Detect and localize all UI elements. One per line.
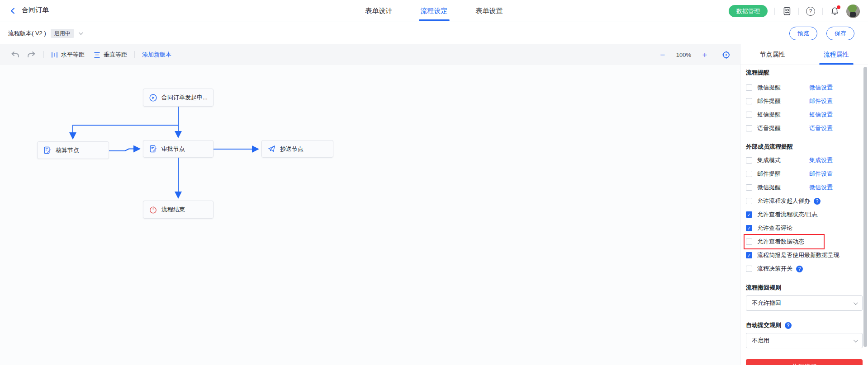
checkbox[interactable] bbox=[746, 239, 752, 245]
recall-rule-select[interactable]: 不允许撤回 bbox=[746, 295, 863, 311]
option-row-view-data-dynamics: 允许查看数据动态 bbox=[746, 235, 863, 248]
option-row-decision-switch: 流程决策开关 bbox=[746, 262, 863, 276]
help-icon[interactable] bbox=[814, 198, 821, 205]
tab-flow-properties[interactable]: 流程属性 bbox=[804, 44, 868, 65]
undo-icon[interactable] bbox=[10, 50, 20, 60]
checkbox[interactable] bbox=[746, 125, 752, 131]
panel-tabs: 节点属性 流程属性 bbox=[740, 44, 868, 65]
checkbox[interactable] bbox=[746, 171, 752, 177]
data-manage-button[interactable]: 数据管理 bbox=[729, 5, 768, 17]
back-button[interactable] bbox=[8, 6, 17, 15]
wechat-settings-link[interactable]: 微信设置 bbox=[809, 183, 833, 192]
locate-center-icon[interactable] bbox=[721, 50, 731, 60]
help-icon[interactable] bbox=[785, 322, 792, 329]
node-label: 合同订单发起申... bbox=[161, 94, 208, 102]
horizontal-spacing-icon bbox=[51, 51, 58, 58]
flow-node-start[interactable]: 合同订单发起申... bbox=[143, 89, 213, 107]
auto-submit-select[interactable]: 不启用 bbox=[746, 333, 863, 348]
close-flow-button[interactable]: 关闭流程 bbox=[746, 359, 863, 365]
tab-label: 流程属性 bbox=[824, 51, 849, 59]
checkbox[interactable] bbox=[746, 84, 752, 91]
node-label: 核算节点 bbox=[56, 146, 79, 154]
preview-button[interactable]: 预览 bbox=[789, 27, 817, 40]
row-label: 语音提醒 bbox=[757, 124, 809, 132]
divider bbox=[774, 8, 775, 15]
chevron-down-icon[interactable] bbox=[79, 30, 83, 35]
redo-icon[interactable] bbox=[26, 50, 36, 60]
add-new-version-link[interactable]: 添加新版本 bbox=[142, 51, 171, 59]
zoom-out-button[interactable] bbox=[658, 51, 667, 59]
flow-node-end[interactable]: 流程结束 bbox=[143, 201, 213, 219]
tab-node-properties[interactable]: 节点属性 bbox=[740, 44, 804, 65]
section-title-flow-reminder: 流程提醒 bbox=[746, 66, 863, 80]
flow-node-approval[interactable]: 审批节点 bbox=[143, 140, 213, 158]
wechat-settings-link[interactable]: 微信设置 bbox=[809, 84, 833, 92]
row-label: 允许流程发起人催办 bbox=[757, 197, 810, 205]
row-label: 邮件提醒 bbox=[757, 97, 809, 105]
chevron-down-icon bbox=[854, 338, 858, 342]
active-tab-underline bbox=[819, 63, 854, 65]
tab-label: 表单设置 bbox=[476, 7, 503, 15]
tab-form-design[interactable]: 表单设计 bbox=[365, 0, 393, 22]
select-value: 不启用 bbox=[752, 337, 769, 345]
reminder-row-sms: 短信提醒 短信设置 bbox=[746, 108, 863, 122]
email-settings-link[interactable]: 邮件设置 bbox=[809, 97, 833, 105]
flow-version-group[interactable]: 流程版本( V2 ) 启用中 bbox=[0, 29, 82, 38]
power-icon bbox=[149, 206, 157, 214]
checkbox[interactable] bbox=[746, 184, 752, 191]
external-row-wechat: 微信提醒 微信设置 bbox=[746, 181, 863, 194]
save-button[interactable]: 保存 bbox=[826, 27, 854, 40]
checkbox[interactable] bbox=[746, 198, 752, 204]
row-label: 流程简报是否使用最新数据呈现 bbox=[757, 251, 840, 259]
horizontal-spacing-button[interactable]: 水平等距 bbox=[51, 51, 85, 59]
notification-red-dot bbox=[837, 5, 840, 9]
checkbox[interactable] bbox=[746, 211, 752, 218]
header-left: 合同订单 bbox=[0, 5, 49, 16]
row-label: 微信提醒 bbox=[757, 183, 809, 192]
row-label: 流程决策开关 bbox=[757, 265, 792, 273]
panel-scrollbar[interactable] bbox=[863, 67, 867, 347]
sms-settings-link[interactable]: 短信设置 bbox=[809, 111, 833, 119]
divider bbox=[134, 51, 135, 58]
checkbox[interactable] bbox=[746, 112, 752, 118]
flow-node-accounting[interactable]: 核算节点 bbox=[37, 141, 109, 159]
user-avatar[interactable] bbox=[846, 5, 860, 18]
row-label: 短信提醒 bbox=[757, 111, 809, 119]
doc-edit-icon bbox=[149, 145, 157, 153]
tab-label: 表单设计 bbox=[365, 7, 393, 15]
checkbox[interactable] bbox=[746, 225, 752, 231]
tab-form-config[interactable]: 表单设置 bbox=[476, 0, 503, 22]
tab-label: 节点属性 bbox=[760, 51, 785, 59]
notifications-bell-icon[interactable] bbox=[830, 6, 840, 16]
email-settings-link[interactable]: 邮件设置 bbox=[809, 170, 833, 178]
row-label: 允许查看评论 bbox=[757, 224, 792, 232]
chevron-down-icon bbox=[854, 300, 858, 305]
option-row-view-status: 允许查看流程状态/日志 bbox=[746, 208, 863, 221]
zoom-in-button[interactable] bbox=[700, 51, 709, 59]
flow-connectors bbox=[0, 65, 740, 365]
properties-panel: 节点属性 流程属性 流程提醒 微信提醒 微信设置 邮件提醒 邮件设置 bbox=[740, 44, 868, 365]
flow-canvas[interactable]: 合同订单发起申... 核算节点 bbox=[0, 65, 740, 365]
checkbox[interactable] bbox=[746, 157, 752, 164]
row-label: 微信提醒 bbox=[757, 84, 809, 92]
checkbox[interactable] bbox=[746, 252, 752, 258]
checkbox[interactable] bbox=[746, 266, 752, 272]
option-row-view-comments: 允许查看评论 bbox=[746, 221, 863, 235]
vertical-spacing-label: 垂直等距 bbox=[104, 51, 127, 59]
app-window: 合同订单 表单设计 流程设定 表单设置 数据管理 bbox=[0, 0, 868, 365]
tab-flow-settings[interactable]: 流程设定 bbox=[421, 0, 448, 22]
reminder-row-email: 邮件提醒 邮件设置 bbox=[746, 94, 863, 108]
checkbox[interactable] bbox=[746, 98, 752, 104]
help-icon[interactable] bbox=[796, 266, 803, 272]
flow-node-cc[interactable]: 抄送节点 bbox=[261, 140, 333, 158]
contacts-icon[interactable] bbox=[782, 6, 792, 16]
divider bbox=[822, 8, 823, 15]
question-glyph bbox=[806, 7, 815, 16]
help-icon[interactable] bbox=[806, 6, 816, 16]
row-label: 允许查看流程状态/日志 bbox=[757, 211, 818, 219]
voice-settings-link[interactable]: 语音设置 bbox=[809, 124, 833, 132]
vertical-spacing-button[interactable]: 垂直等距 bbox=[94, 51, 127, 59]
play-circle-icon bbox=[149, 94, 157, 102]
integration-settings-link[interactable]: 集成设置 bbox=[809, 156, 833, 164]
chevron-left-icon bbox=[10, 8, 15, 14]
